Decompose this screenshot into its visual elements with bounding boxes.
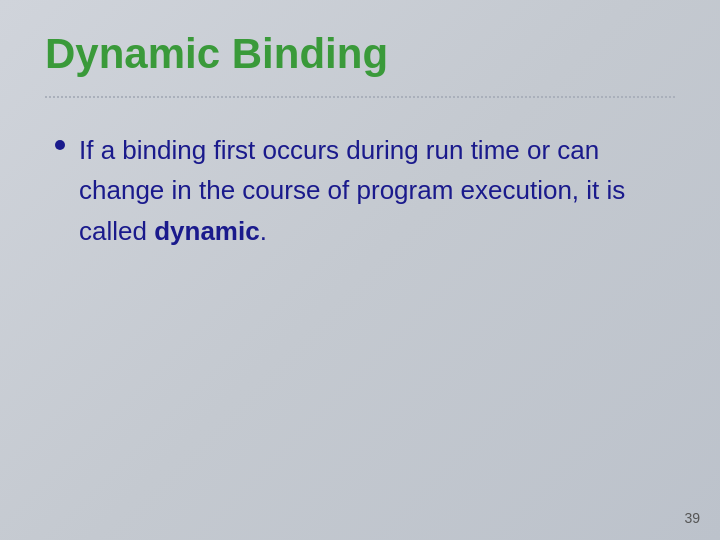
bullet-bold-text: dynamic xyxy=(154,216,260,246)
bullet-text: If a binding first occurs during run tim… xyxy=(79,130,675,251)
bullet-item: If a binding first occurs during run tim… xyxy=(55,130,675,251)
slide-title: Dynamic Binding xyxy=(45,30,675,78)
bullet-dot xyxy=(55,140,65,150)
bullet-text-after: . xyxy=(260,216,267,246)
slide: Dynamic Binding If a binding first occur… xyxy=(0,0,720,540)
slide-content: If a binding first occurs during run tim… xyxy=(45,130,675,251)
page-number: 39 xyxy=(684,510,700,526)
divider xyxy=(45,96,675,98)
